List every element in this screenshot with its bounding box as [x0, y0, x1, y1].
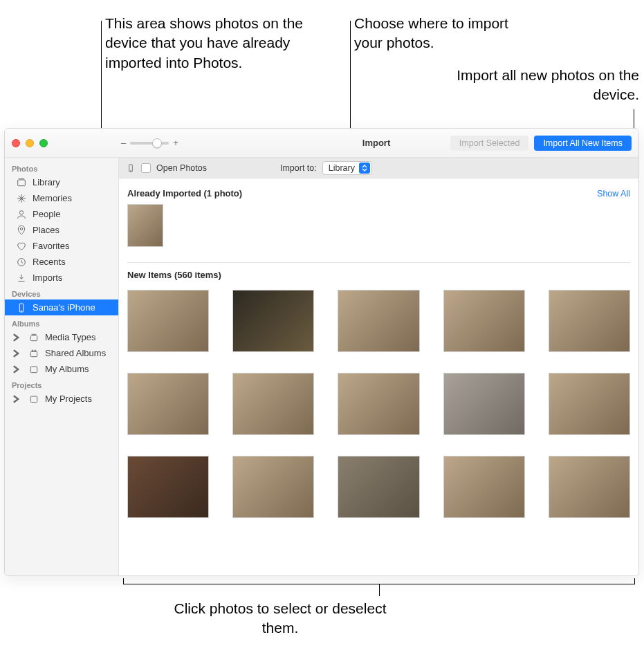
star-burst-icon [16, 193, 27, 204]
album-icon [28, 364, 39, 375]
callout-already-imported: This area shows photos on the device tha… [105, 14, 320, 73]
zoom-slider-track[interactable] [130, 142, 169, 145]
sidebar-item-label: Places [33, 225, 59, 235]
popup-arrows-icon [359, 163, 370, 174]
sidebar-section-photos: Photos [5, 160, 118, 174]
svg-rect-6 [30, 335, 37, 340]
person-icon [16, 209, 27, 220]
import-to-value: Library [329, 163, 355, 173]
sidebar-item-places[interactable]: Places [5, 222, 118, 238]
chevron-right-icon [10, 348, 21, 359]
library-icon [16, 177, 27, 188]
svg-point-1 [19, 210, 23, 214]
open-photos-label: Open Photos [156, 163, 207, 173]
photo-thumbnail[interactable] [549, 456, 630, 518]
sidebar-item-label: My Projects [45, 394, 92, 404]
photo-thumbnail[interactable] [127, 456, 209, 518]
svg-rect-10 [30, 367, 37, 373]
svg-rect-7 [30, 351, 37, 356]
already-imported-thumbnail[interactable] [127, 204, 163, 247]
window-title: Import [329, 138, 424, 148]
window-controls [12, 139, 48, 147]
project-icon [28, 394, 39, 405]
photo-thumbnail[interactable] [127, 373, 209, 435]
sidebar-item-recents[interactable]: Recents [5, 254, 118, 270]
import-to-label: Import to: [280, 163, 317, 173]
sidebar-item-label: Sanaa's iPhone [33, 302, 95, 313]
chevron-right-icon [10, 394, 21, 405]
sidebar-item-library[interactable]: Library [5, 174, 118, 190]
zoom-in-label: + [173, 138, 178, 148]
import-all-new-items-button[interactable]: Import All New Items [534, 136, 632, 151]
callout-import-all: Import all new photos on the device. [411, 66, 639, 105]
photo-thumbnail[interactable] [338, 456, 419, 518]
zoom-slider-thumb[interactable] [152, 138, 162, 148]
sidebar-item-favorites[interactable]: Favorites [5, 238, 118, 254]
sidebar-item-label: Shared Albums [45, 348, 106, 358]
phone-icon [16, 302, 27, 313]
zoom-window-button[interactable] [39, 139, 48, 147]
photo-thumbnail[interactable] [232, 290, 314, 352]
open-photos-checkbox[interactable] [141, 163, 151, 173]
show-all-link[interactable]: Show All [597, 189, 630, 199]
sidebar-item-label: Media Types [45, 332, 95, 342]
photo-thumbnail[interactable] [232, 456, 314, 518]
svg-rect-11 [30, 396, 37, 403]
import-to-popup[interactable]: Library [322, 161, 372, 175]
map-pin-icon [16, 225, 27, 236]
import-content: Already Imported (1 photo) Show All New … [119, 178, 638, 575]
already-imported-header: Already Imported (1 photo) Show All [127, 188, 630, 199]
sidebar-item-memories[interactable]: Memories [5, 190, 118, 206]
photos-app-window: – + Import Import Selected Import All Ne… [4, 128, 639, 576]
sidebar-section-devices: Devices [5, 286, 118, 299]
heart-icon [16, 241, 27, 252]
sidebar-item-label: My Albums [45, 364, 89, 374]
photo-thumbnail[interactable] [443, 290, 525, 352]
main-content: Open Photos Import to: Library Already I… [119, 158, 638, 575]
import-options-bar: Open Photos Import to: Library [119, 158, 638, 178]
clock-icon [16, 257, 27, 268]
zoom-out-label: – [121, 138, 126, 148]
callout-line [123, 578, 124, 584]
sidebar-item-my-albums[interactable]: My Albums [5, 361, 118, 377]
sidebar-item-label: People [33, 209, 60, 219]
shared-album-icon [28, 348, 39, 359]
svg-point-13 [131, 170, 131, 171]
sidebar-item-media-types[interactable]: Media Types [5, 329, 118, 345]
close-window-button[interactable] [12, 139, 20, 147]
new-items-title: New Items (560 items) [127, 270, 221, 280]
sidebar-item-label: Library [33, 177, 60, 187]
photo-thumbnail[interactable] [443, 456, 525, 518]
sidebar-item-people[interactable]: People [5, 206, 118, 222]
sidebar-item-label: Favorites [33, 241, 69, 251]
photo-thumbnail[interactable] [549, 373, 630, 435]
svg-rect-0 [18, 180, 26, 186]
callout-select-hint: Click photos to select or deselect them. [173, 599, 387, 638]
svg-point-9 [35, 350, 36, 351]
new-items-grid [127, 290, 630, 518]
stack-icon [28, 332, 39, 343]
import-selected-button: Import Selected [450, 136, 529, 151]
photo-thumbnail[interactable] [549, 290, 630, 352]
download-icon [16, 273, 27, 284]
minimize-window-button[interactable] [26, 139, 34, 147]
photo-thumbnail[interactable] [338, 373, 419, 435]
photo-thumbnail[interactable] [443, 373, 525, 435]
photo-thumbnail[interactable] [232, 373, 314, 435]
sidebar-item-shared-albums[interactable]: Shared Albums [5, 345, 118, 361]
callout-import-to: Choose where to import your photos. [354, 14, 534, 53]
svg-point-8 [32, 350, 33, 351]
photo-thumbnail[interactable] [127, 290, 209, 352]
sidebar-item-label: Imports [33, 273, 62, 283]
sidebar-item-label: Recents [33, 257, 66, 267]
sidebar-item-device[interactable]: Sanaa's iPhone [5, 299, 118, 315]
phone-icon [126, 162, 136, 174]
chevron-right-icon [10, 364, 21, 375]
thumbnail-zoom-slider[interactable]: – + [121, 138, 178, 148]
new-items-header: New Items (560 items) [127, 270, 630, 280]
titlebar: – + Import Import Selected Import All Ne… [5, 129, 638, 158]
sidebar-item-imports[interactable]: Imports [5, 270, 118, 286]
photo-thumbnail[interactable] [338, 290, 419, 352]
sidebar-item-label: Memories [33, 193, 72, 203]
sidebar-item-my-projects[interactable]: My Projects [5, 391, 118, 407]
